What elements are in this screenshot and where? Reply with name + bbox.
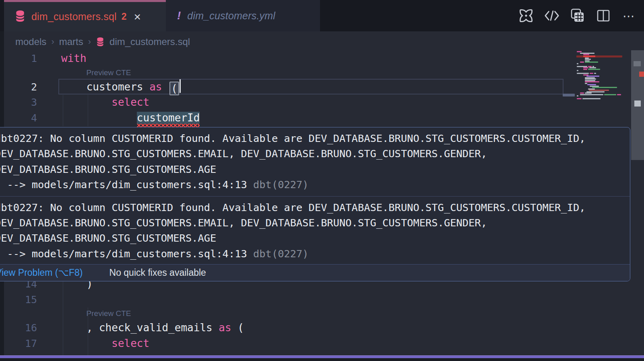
breadcrumb-item-dim-customers-sql[interactable]: dim_customers.sql <box>109 36 190 47</box>
indent-guide <box>63 281 63 355</box>
codelens-preview-cte[interactable]: Preview CTE <box>87 307 131 320</box>
minimap-line <box>585 81 599 82</box>
editor-actions: ⋯ <box>518 0 637 31</box>
code-token: select <box>111 96 149 108</box>
code-token: as <box>149 81 162 93</box>
minimap-line <box>582 98 601 99</box>
minimap-line <box>594 73 596 74</box>
error-location[interactable]: --> models/marts/dim_customers.sql:4:13 <box>0 248 247 260</box>
code-text: customerId <box>61 110 200 126</box>
line-number: 2 <box>4 79 37 95</box>
code-token: , check_valid_emails <box>87 322 219 334</box>
code-token: ( <box>231 322 244 334</box>
code-line-1[interactable]: 1with <box>4 51 632 66</box>
minimap-line <box>577 95 578 96</box>
line-number: 15 <box>4 292 37 308</box>
error-source: dbt(0227) <box>247 178 309 191</box>
open-code-icon[interactable] <box>544 8 559 23</box>
minimap-line <box>585 92 592 94</box>
code-line-4[interactable]: 4 customerId <box>4 110 632 126</box>
code-token <box>162 81 168 93</box>
minimap-line <box>577 70 578 71</box>
tab-title: dim_customers.sql <box>31 11 117 23</box>
code-line-2[interactable]: 2 customers as ( <box>4 79 632 95</box>
no-quick-fixes-label: No quick fixes available <box>109 267 206 278</box>
breadcrumb-separator-icon: › <box>51 37 54 47</box>
dbt-error-message: dbt0227: No column CUSTOMERID found. Ava… <box>0 127 630 196</box>
indent-guide <box>88 95 88 126</box>
error-message-line: DEV_DATABASE.BRUNO.STG_CUSTOMERS.EMAIL, … <box>0 146 630 161</box>
line-number: 1 <box>4 51 37 66</box>
code-text: with <box>61 51 87 66</box>
hover-status-bar: View Problem (⌥F8) No quick fixes availa… <box>0 264 630 281</box>
dbt-power-user-icon[interactable] <box>518 8 534 23</box>
error-token: customerId <box>137 112 200 124</box>
split-editor-icon[interactable] <box>596 8 611 23</box>
code-token: select <box>111 337 149 349</box>
database-icon <box>96 37 105 47</box>
code-line-16[interactable]: 16 , check_valid_emails as ( <box>4 320 632 336</box>
minimap-line <box>587 84 596 85</box>
minimap-line <box>589 67 596 68</box>
error-source: dbt(0227) <box>247 248 309 260</box>
breadcrumb-item-marts[interactable]: marts <box>59 36 83 47</box>
minimap-line <box>577 51 582 52</box>
minimap-line <box>563 94 575 96</box>
minimap-line <box>583 69 587 70</box>
breadcrumb-separator-icon: › <box>88 37 91 47</box>
minimap-line <box>617 94 621 95</box>
error-message-line: dbt0227: No column CUSTOMERID found. Ava… <box>0 200 630 215</box>
error-location[interactable]: --> models/marts/dim_customers.sql:4:13 <box>0 178 247 191</box>
minimap-line <box>604 94 616 95</box>
breadcrumb-item-models[interactable]: models <box>15 36 46 47</box>
copy-table-icon[interactable] <box>570 8 585 23</box>
code-line-17[interactable]: 17 select <box>4 336 632 351</box>
tab-dim-customers-yml[interactable]: ! dim_customers.yml <box>166 0 320 31</box>
indent-guide <box>63 95 63 126</box>
minimap-line <box>585 78 596 80</box>
text-cursor <box>180 79 181 93</box>
minimap-line <box>585 83 587 84</box>
breadcrumb: models›marts›dim_customers.sql <box>15 35 190 48</box>
minimap-line <box>580 92 584 94</box>
problem-hover-popup: dbt0227: No column CUSTOMERID found. Ava… <box>0 127 630 281</box>
close-icon[interactable]: × <box>134 11 141 23</box>
view-problem-link[interactable]: View Problem (⌥F8) <box>0 267 83 278</box>
minimap-line <box>585 59 591 60</box>
overview-ruler-mark <box>639 72 644 77</box>
minimap-line <box>577 98 582 99</box>
tab-title: dim_customers.yml <box>187 10 275 22</box>
code-token: customers <box>87 81 150 93</box>
code-text: select <box>61 94 149 110</box>
minimap-line <box>589 90 609 91</box>
panel-gap <box>0 358 644 361</box>
error-location-line: --> models/marts/dim_customers.sql:4:13 … <box>0 177 630 192</box>
minimap-line <box>590 73 593 74</box>
code-token: as <box>219 322 231 334</box>
line-number: 4 <box>4 110 37 126</box>
code-line-3[interactable]: 3 select <box>4 94 632 110</box>
minimap-line <box>580 62 584 63</box>
code-token: with <box>61 52 87 64</box>
error-location-line: --> models/marts/dim_customers.sql:4:13 … <box>0 246 630 261</box>
warning-exclamation-icon: ! <box>177 9 181 22</box>
minimap-line <box>580 94 603 95</box>
overview-ruler-mark <box>634 101 641 107</box>
minimap-line <box>585 62 598 63</box>
overview-ruler-mark <box>634 61 641 66</box>
error-message-line: DEV_DATABASE.BRUNO.STG_CUSTOMERS.AGE <box>0 230 630 246</box>
codelens-preview-cte[interactable]: Preview CTE <box>87 66 131 79</box>
code-text: select <box>61 336 149 351</box>
tab-dim-customers-sql[interactable]: dim_customers.sql 2 × <box>4 0 166 31</box>
code-line-15[interactable]: 15 <box>4 292 632 308</box>
line-number: 16 <box>4 320 37 336</box>
database-icon <box>14 10 26 24</box>
minimap-line <box>592 87 617 88</box>
error-squiggle <box>137 124 200 127</box>
code-text: customers as ( <box>61 79 181 95</box>
vscode-editor-window: dim_customers.sql 2 × ! dim_customers.ym… <box>0 0 644 361</box>
more-actions-icon[interactable]: ⋯ <box>621 8 637 23</box>
line-number: 3 <box>4 94 37 110</box>
error-message-line: DEV_DATABASE.BRUNO.STG_CUSTOMERS.AGE <box>0 162 630 177</box>
minimap-line <box>586 76 599 77</box>
